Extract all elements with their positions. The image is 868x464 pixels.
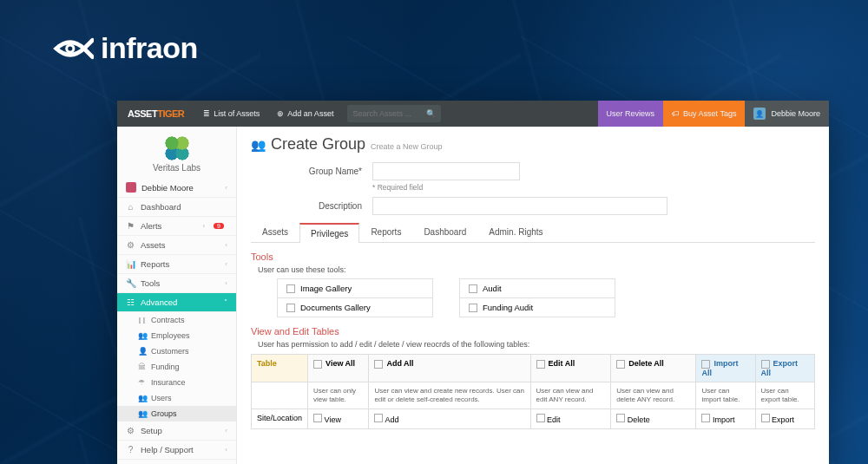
topbar: ASSETTIGER ≣ List of Assets ⊕ Add an Ass… bbox=[117, 101, 829, 127]
sidebar-item-reports[interactable]: 📊 Reports ‹ bbox=[117, 255, 236, 274]
checkbox[interactable] bbox=[536, 360, 545, 369]
description-input[interactable] bbox=[372, 197, 667, 215]
cell-add[interactable]: Add bbox=[369, 408, 530, 428]
sidebar-item-advanced[interactable]: ☷ Advanced ˅ bbox=[117, 293, 236, 312]
tab-privileges[interactable]: Privileges bbox=[299, 223, 359, 243]
checkbox[interactable] bbox=[701, 360, 710, 369]
th-add[interactable]: Add All bbox=[369, 355, 530, 382]
infraon-wordmark: infraon bbox=[101, 31, 198, 65]
cell-view[interactable]: View bbox=[308, 408, 369, 428]
plus-icon: ⊕ bbox=[277, 109, 284, 118]
tag-icon: 🏷 bbox=[672, 109, 680, 118]
tool-documents-gallery[interactable]: Documents Gallery bbox=[277, 297, 433, 317]
sidebar-sub-insurance[interactable]: ☂Insurance bbox=[117, 375, 236, 390]
checkbox[interactable] bbox=[313, 360, 322, 369]
th-delete[interactable]: Delete All bbox=[611, 355, 696, 382]
sidebar-sub-funding[interactable]: 🏛Funding bbox=[117, 359, 236, 375]
tool-audit[interactable]: Audit bbox=[459, 278, 615, 298]
checkbox[interactable] bbox=[469, 284, 477, 293]
sidebar-user-row[interactable]: Debbie Moore ‹ bbox=[117, 178, 236, 198]
sidebar-sub-contracts[interactable]: ⫿⫿Contracts bbox=[117, 312, 236, 328]
description-label: Description bbox=[251, 201, 372, 211]
gear-icon: ⚙ bbox=[126, 426, 135, 435]
tools-grid: Image Gallery Documents Gallery Audit Fu… bbox=[251, 279, 815, 317]
current-user-name: Debbie Moore bbox=[771, 109, 820, 118]
app-window: ASSETTIGER ≣ List of Assets ⊕ Add an Ass… bbox=[117, 101, 829, 464]
sidebar-label: Alerts bbox=[141, 221, 161, 231]
tool-image-gallery[interactable]: Image Gallery bbox=[277, 278, 433, 298]
umbrella-icon: ☂ bbox=[138, 378, 147, 387]
tools-heading: Tools bbox=[251, 252, 815, 262]
sidebar-label: Help / Support bbox=[141, 445, 194, 454]
table-desc-row: User can only view table. User can view … bbox=[252, 382, 815, 408]
checkbox[interactable] bbox=[761, 360, 770, 369]
chevron-left-icon: ‹ bbox=[202, 222, 205, 230]
th-view[interactable]: View All bbox=[308, 355, 369, 382]
layers-icon: ☷ bbox=[126, 297, 135, 307]
list-icon: ≣ bbox=[203, 109, 210, 118]
checkbox[interactable] bbox=[374, 360, 383, 369]
alerts-badge: 9 bbox=[214, 223, 224, 229]
cell-delete[interactable]: Delete bbox=[611, 408, 696, 428]
sidebar-sub-groups[interactable]: 👥Groups bbox=[117, 406, 236, 422]
sidebar-item-help[interactable]: ? Help / Support ‹ bbox=[117, 441, 236, 460]
sidebar-sub-employees[interactable]: 👥Employees bbox=[117, 328, 236, 343]
list-assets-link[interactable]: ≣ List of Assets bbox=[194, 101, 268, 127]
company-logo-block: Veritas Labs bbox=[117, 127, 236, 178]
checkbox[interactable] bbox=[616, 360, 625, 369]
checkbox[interactable] bbox=[286, 304, 295, 312]
company-logo-icon bbox=[164, 135, 190, 161]
tab-assets[interactable]: Assets bbox=[251, 222, 299, 242]
checkbox[interactable] bbox=[469, 304, 477, 312]
sidebar-item-setup[interactable]: ⚙ Setup ‹ bbox=[117, 422, 236, 441]
sidebar-sub-customers[interactable]: 👤Customers bbox=[117, 343, 236, 359]
checkbox[interactable] bbox=[761, 414, 770, 422]
checkbox[interactable] bbox=[374, 414, 383, 422]
th-edit[interactable]: Edit All bbox=[530, 355, 611, 382]
cell-export[interactable]: Export bbox=[755, 408, 814, 428]
user-reviews-button[interactable]: User Reviews bbox=[598, 101, 664, 127]
sidebar-sub-users[interactable]: 👥Users bbox=[117, 390, 236, 406]
person-icon: 👤 bbox=[138, 347, 147, 356]
app-brand: ASSETTIGER bbox=[117, 108, 194, 119]
th-import[interactable]: Import All bbox=[696, 355, 755, 382]
sidebar-label: Tools bbox=[141, 278, 160, 288]
search-icon[interactable]: 🔍 bbox=[421, 109, 441, 118]
th-export[interactable]: Export All bbox=[755, 355, 814, 382]
cell-edit[interactable]: Edit bbox=[530, 408, 611, 428]
avatar-icon bbox=[126, 182, 136, 193]
infraon-logo: infraon bbox=[52, 31, 198, 65]
tables-heading: View and Edit Tables bbox=[251, 326, 815, 337]
flag-icon: ⚑ bbox=[126, 221, 135, 231]
search-input[interactable] bbox=[347, 109, 421, 118]
add-asset-link[interactable]: ⊕ Add an Asset bbox=[268, 101, 342, 127]
checkbox[interactable] bbox=[286, 284, 295, 293]
checkbox[interactable] bbox=[616, 414, 625, 422]
row-name: Site/Location bbox=[252, 408, 308, 428]
sidebar-item-tools[interactable]: 🔧 Tools ‹ bbox=[117, 274, 236, 293]
sidebar-item-dashboard[interactable]: ⌂ Dashboard bbox=[117, 198, 236, 217]
tab-admin-rights[interactable]: Admin. Rights bbox=[477, 222, 554, 242]
page-title: Create Group bbox=[271, 135, 365, 154]
checkbox[interactable] bbox=[313, 414, 322, 422]
checkbox[interactable] bbox=[701, 414, 710, 422]
people-icon: 👥 bbox=[138, 331, 147, 340]
report-icon: 📊 bbox=[126, 259, 135, 269]
checkbox[interactable] bbox=[536, 414, 545, 422]
current-user-chip[interactable]: 👤 Debbie Moore bbox=[745, 101, 829, 127]
user-reviews-label: User Reviews bbox=[607, 109, 655, 118]
help-icon: ? bbox=[126, 445, 135, 454]
table-header-row: Table View All Add All Edit All Delete A… bbox=[252, 355, 815, 382]
buy-asset-tags-button[interactable]: 🏷 Buy Asset Tags bbox=[663, 101, 745, 127]
group-icon: 👥 bbox=[138, 409, 147, 418]
cell-import[interactable]: Import bbox=[696, 408, 755, 428]
page-subtitle: Create a New Group bbox=[371, 142, 443, 151]
tool-funding-audit[interactable]: Funding Audit bbox=[459, 297, 615, 317]
chevron-left-icon: ‹ bbox=[225, 279, 227, 287]
tab-reports[interactable]: Reports bbox=[359, 222, 412, 242]
sidebar-item-alerts[interactable]: ⚑ Alerts ‹ 9 bbox=[117, 217, 236, 236]
svg-point-1 bbox=[68, 46, 72, 50]
tab-dashboard[interactable]: Dashboard bbox=[412, 222, 477, 242]
sidebar-item-assets[interactable]: ⚙ Assets ‹ bbox=[117, 236, 236, 255]
group-name-input[interactable] bbox=[372, 162, 520, 180]
